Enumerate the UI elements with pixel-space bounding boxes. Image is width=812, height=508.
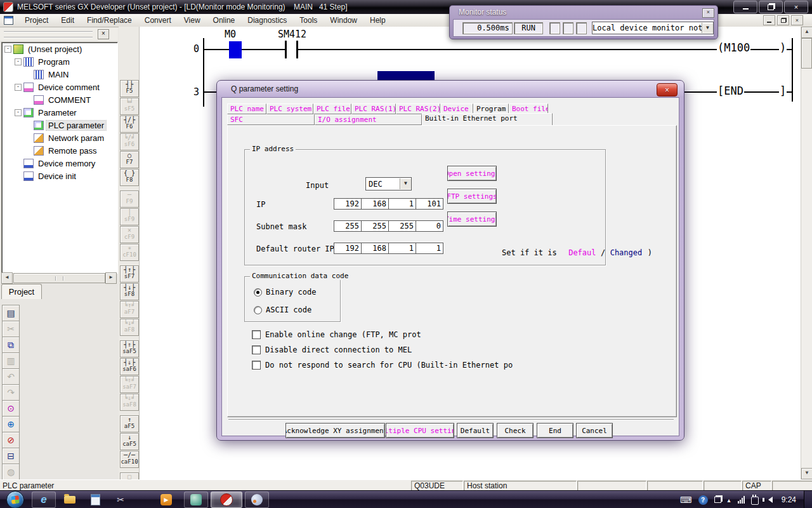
ladder-vscrollbar[interactable]: ▲ ▼: [801, 27, 812, 479]
palette-button[interactable]: ┤/├ F6: [120, 116, 139, 133]
dialog-tab[interactable]: SFC: [227, 114, 315, 125]
mdi-minimize-button[interactable]: [763, 15, 775, 25]
tree-item[interactable]: - COMMENT: [2, 93, 117, 106]
tree-item[interactable]: - MAIN: [2, 68, 117, 81]
taskbar-clock[interactable]: 9:24: [782, 495, 796, 504]
palette-button[interactable]: ∗ cF10: [120, 244, 139, 261]
open-settings-button[interactable]: Open settings: [447, 166, 497, 181]
toolbar-button[interactable]: ▤: [2, 305, 20, 321]
start-button[interactable]: [6, 491, 24, 508]
tree-item[interactable]: - Device comment: [2, 81, 117, 93]
taskbar-item-calculator[interactable]: [84, 492, 107, 507]
mdi-restore-button[interactable]: [777, 15, 789, 25]
menu-item[interactable]: Find/Replace: [81, 15, 138, 26]
router-octet-input[interactable]: 1: [416, 243, 443, 253]
subnet-octet-input[interactable]: 255: [334, 221, 361, 231]
toolbar-button[interactable]: ⊕: [2, 416, 20, 432]
menu-item[interactable]: Online: [207, 15, 242, 26]
dropdown-arrow-icon[interactable]: ▼: [702, 23, 713, 33]
menu-item[interactable]: Help: [363, 15, 392, 26]
palette-button[interactable]: ╘⇑╛ saF7: [120, 376, 139, 393]
dialog-tab[interactable]: PLC name: [227, 104, 266, 114]
palette-button[interactable]: ╘↓╛ aF8: [120, 319, 139, 336]
project-tab[interactable]: Project: [1, 284, 42, 299]
ip-octet-input[interactable]: 168: [361, 199, 388, 209]
dialog-tab[interactable]: PLC RAS(1): [351, 104, 396, 114]
input-format-dropdown[interactable]: DEC ▼: [365, 177, 412, 190]
palette-button[interactable]: ╘/╛ sF6: [120, 133, 139, 150]
toolbar-button[interactable]: ⧉: [2, 337, 20, 353]
close-button[interactable]: ×: [784, 1, 808, 13]
taskbar-item-media-player[interactable]: ▶: [155, 492, 178, 507]
mdi-close-button[interactable]: ×: [791, 15, 803, 25]
dropdown-arrow-icon[interactable]: ▼: [400, 178, 411, 189]
end-button[interactable]: End: [537, 423, 573, 438]
palette-button[interactable]: ─ F9: [120, 190, 139, 208]
toolbar-button[interactable]: ⊙: [2, 400, 20, 417]
tree-item[interactable]: - Remote pass: [2, 144, 117, 157]
toolbar-button[interactable]: ⊘: [2, 432, 20, 448]
default-button[interactable]: Default: [457, 423, 494, 438]
taskbar-item-paint[interactable]: [245, 491, 269, 508]
hscroll-thumb[interactable]: [13, 273, 105, 283]
palette-button[interactable]: ┤⇑├ saF5: [120, 340, 139, 358]
project-panel-header[interactable]: ×: [0, 28, 118, 41]
tree-item[interactable]: - Parameter: [2, 106, 117, 119]
menu-item[interactable]: Convert: [138, 15, 178, 26]
router-octet-input[interactable]: 1: [388, 243, 416, 253]
coil-m100[interactable]: (M100: [717, 41, 750, 54]
show-desktop-button[interactable]: [804, 491, 812, 508]
subnet-octet-input[interactable]: 0: [416, 221, 443, 231]
cancel-button[interactable]: Cancel: [576, 423, 613, 438]
tree-item[interactable]: - Device memory: [2, 157, 117, 170]
toolbar-button[interactable]: ▥: [2, 352, 20, 369]
tree-item[interactable]: - PLC parameter: [2, 119, 117, 131]
palette-button[interactable]: × cF9: [120, 226, 139, 243]
keyboard-layout-icon[interactable]: ⌨: [680, 495, 692, 505]
tree-item[interactable]: - (Unset project): [2, 43, 117, 55]
tree-item[interactable]: - Device init: [2, 170, 117, 182]
project-tree-hscrollbar[interactable]: ◄ ►: [1, 273, 117, 283]
subnet-octet-input[interactable]: 255: [388, 221, 416, 231]
palette-button[interactable]: ╘↑╛ aF7: [120, 301, 139, 318]
toolbar-button[interactable]: ◍: [2, 464, 20, 480]
palette-button[interactable]: ╘⇓╛ saF8: [120, 394, 139, 411]
tree-expander-icon[interactable]: -: [15, 84, 22, 91]
ip-octet-input[interactable]: 101: [416, 199, 443, 209]
disable-direct-connection-checkbox[interactable]: Disable direct connection to MEL: [252, 345, 412, 354]
menu-item[interactable]: Project: [18, 15, 55, 26]
ascii-code-radio[interactable]: ASCII code: [254, 305, 311, 314]
palette-button[interactable]: ╘╛ sF5: [120, 98, 139, 115]
palette-button[interactable]: ┤├ F5: [120, 80, 139, 97]
volume-icon[interactable]: [765, 497, 773, 503]
power-plug-icon[interactable]: [751, 495, 759, 505]
binary-code-radio[interactable]: Binary code: [254, 288, 316, 297]
toolbar-button[interactable]: ↷: [2, 384, 20, 401]
menu-item[interactable]: View: [178, 15, 207, 26]
palette-button[interactable]: ┤↑├ sF7: [120, 265, 139, 283]
dialog-tab[interactable]: I/O assignment: [315, 114, 422, 125]
vscroll-thumb[interactable]: [801, 38, 812, 69]
contact-sm412[interactable]: [285, 41, 298, 58]
taskbar-item-snipping-tool[interactable]: ✂: [109, 492, 132, 507]
monitor-mode-dropdown[interactable]: Local device monitor not execu ▼: [592, 22, 714, 34]
project-panel-close-button[interactable]: ×: [98, 29, 109, 39]
taskbar-item-gx-developer[interactable]: [211, 491, 242, 508]
scroll-left-icon[interactable]: ◄: [1, 272, 13, 284]
time-settings-button[interactable]: Time settings: [447, 211, 497, 227]
router-octet-input[interactable]: 168: [361, 243, 388, 253]
restore-button[interactable]: [759, 1, 783, 13]
dialog-close-button[interactable]: ×: [657, 83, 678, 97]
monitor-close-button[interactable]: ×: [702, 8, 714, 18]
taskbar-item-internet-explorer[interactable]: e: [32, 491, 56, 508]
window-switcher-tray-icon[interactable]: [714, 497, 721, 503]
end-instruction[interactable]: [END: [717, 84, 744, 97]
panel-drag-grip-icon[interactable]: [4, 31, 93, 38]
contact-m0-energized[interactable]: [229, 41, 242, 58]
tree-expander-icon[interactable]: -: [15, 109, 22, 116]
tree-expander-icon[interactable]: -: [4, 46, 11, 53]
dialog-tab[interactable]: PLC file: [313, 104, 351, 114]
tree-item[interactable]: - Program: [2, 55, 117, 68]
help-tray-icon[interactable]: ?: [698, 495, 708, 505]
network-signal-icon[interactable]: [737, 496, 745, 504]
